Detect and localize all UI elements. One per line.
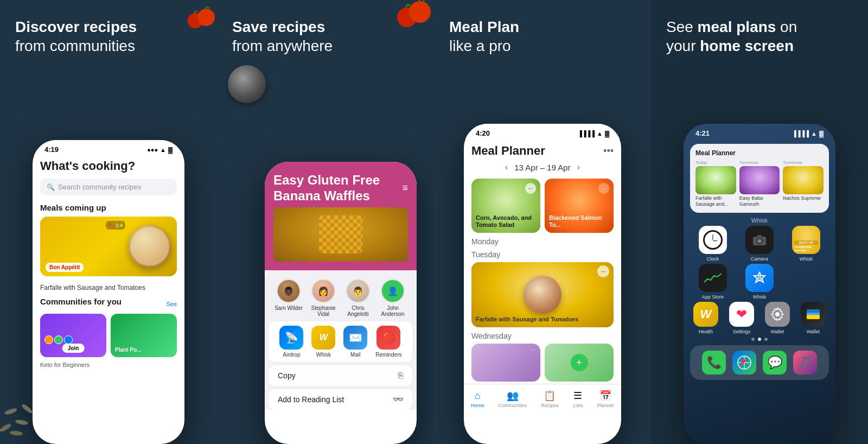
reminders-icon: 🔴 bbox=[376, 326, 400, 350]
meal-planner-widget[interactable]: Meal Planner Today Farfalle with Sausage… bbox=[690, 144, 829, 213]
card-dots-icon[interactable]: ··· bbox=[525, 183, 536, 194]
copy-action[interactable]: Copy ⎘ bbox=[269, 365, 412, 386]
food-image-circle bbox=[128, 225, 171, 268]
contact-sam[interactable]: 👨🏿 Sam Wilder bbox=[275, 279, 303, 317]
app-appstore[interactable]: A Whisk bbox=[739, 264, 780, 300]
add-recipe-button[interactable]: + bbox=[571, 354, 588, 371]
phone3-mockup: 4:20 ▐▐▐▐▲▓ Meal Planner ••• ‹ 13 Apr – … bbox=[464, 124, 621, 444]
contact-avatar-chris: 👨 bbox=[346, 279, 370, 303]
recipe-title: Easy Gluten Free Banana Waffles bbox=[273, 173, 402, 204]
community-card-plant[interactable]: Plant Po... bbox=[111, 314, 177, 357]
airdrop-label: Airdrop bbox=[283, 352, 300, 358]
contact-name-sam: Sam Wilder bbox=[275, 305, 303, 311]
dock: 📞 💬 🎵 bbox=[690, 345, 829, 380]
search-bar[interactable]: 🔍 Search community recipes bbox=[40, 179, 177, 195]
nav-planner[interactable]: 📅 Planner bbox=[597, 390, 614, 408]
nav-lists-label: Lists bbox=[573, 403, 583, 408]
nav-communities[interactable]: 👥 Communities bbox=[498, 390, 527, 408]
wallet-app-label: Wallet bbox=[807, 329, 820, 334]
widget-meal-img-tomorrow1 bbox=[739, 166, 780, 194]
widget-meal-today: Today Farfalle with Sausage and... bbox=[695, 160, 736, 207]
dock-phone[interactable]: 📞 bbox=[702, 351, 726, 375]
phone4-time: 4:21 bbox=[695, 129, 710, 137]
heart-icon: ❤ bbox=[736, 307, 747, 322]
card-dots-wed1[interactable]: ··· bbox=[532, 347, 536, 353]
contact-avatar-john: 👤 bbox=[381, 279, 405, 303]
app-wallet[interactable]: Wallet bbox=[797, 302, 829, 334]
phone3-status-bar: 4:20 ▐▐▐▐▲▓ bbox=[464, 124, 621, 139]
communities-icon: 👥 bbox=[507, 390, 519, 402]
app-camera[interactable]: Camera bbox=[739, 226, 780, 262]
contact-chris[interactable]: 👨 Chris Angelotti bbox=[344, 279, 372, 317]
widget-meal-label-tomorrow1: Easy Baba Ganoush bbox=[739, 195, 780, 207]
panel-discover: Discover recipes from communities 4:19 bbox=[0, 0, 217, 444]
nav-home[interactable]: ⌂ Home bbox=[471, 390, 484, 408]
keto-label: Keto for Beginners bbox=[40, 361, 177, 368]
phone3-content: Meal Planner ••• ‹ 13 Apr – 19 Apr › ···… bbox=[464, 139, 621, 384]
wednesday-recipe1[interactable]: ··· bbox=[471, 344, 540, 382]
share-whisk[interactable]: W Whisk bbox=[311, 326, 335, 358]
next-week-button[interactable]: › bbox=[577, 162, 580, 172]
panel3-heading: Meal Plan like a pro bbox=[434, 0, 651, 55]
nav-lists[interactable]: ☰ Lists bbox=[573, 390, 583, 408]
panel-meal-plan: Meal Plan like a pro 4:20 ▐▐▐▐▲▓ Meal Pl… bbox=[434, 0, 651, 444]
app-stocks[interactable]: App Store bbox=[692, 264, 733, 300]
card-dots-salmon[interactable]: ··· bbox=[598, 183, 609, 194]
clock-app-label: Clock bbox=[707, 256, 719, 262]
panel3-heading-bold: Meal Plan bbox=[449, 18, 519, 35]
panel4-heading: See meal plans on your home screen bbox=[651, 0, 868, 55]
card-dots-farfalle[interactable]: ··· bbox=[597, 265, 609, 277]
health-app-icon: ❤ bbox=[729, 302, 754, 327]
app-clock[interactable]: Clock bbox=[692, 226, 733, 262]
recipe-card-salad[interactable]: ··· Corn, Avocado, and Tomato Salad bbox=[471, 179, 540, 233]
share-reminders[interactable]: 🔴 Reminders bbox=[375, 326, 401, 358]
share-mail[interactable]: ✉️ Mail bbox=[343, 326, 367, 358]
panel1-heading-sub: from communities bbox=[15, 37, 135, 54]
reading-list-action[interactable]: Add to Reading List 👓 bbox=[269, 389, 412, 410]
app-whisk[interactable]: W Health bbox=[690, 302, 722, 334]
phone3: 4:20 ▐▐▐▐▲▓ Meal Planner ••• ‹ 13 Apr – … bbox=[464, 124, 621, 444]
wednesday-add[interactable]: + bbox=[545, 344, 614, 382]
app-health[interactable]: ❤ Settings bbox=[726, 302, 757, 334]
day-tuesday: Tuesday bbox=[471, 250, 614, 259]
phone2: Easy Gluten Free Banana Waffles ≡ 👨🏿 Sam… bbox=[265, 162, 417, 444]
recipe-header-card: Easy Gluten Free Banana Waffles ≡ bbox=[265, 162, 417, 270]
phone1-title: What's cooking? bbox=[40, 159, 177, 173]
share-airdrop[interactable]: 📡 Airdrop bbox=[279, 326, 303, 358]
menu-dots-icon[interactable]: ≡ bbox=[402, 182, 408, 194]
page-dots bbox=[684, 338, 835, 341]
dock-safari[interactable] bbox=[732, 351, 756, 375]
app-settings[interactable]: Wallet bbox=[762, 302, 793, 334]
contact-stephanie[interactable]: 👩 Stephanie Vidal bbox=[309, 279, 337, 317]
share-apps-row: 📡 Airdrop W Whisk ✉️ Mail 🔴 bbox=[269, 321, 412, 362]
reading-list-label: Add to Reading List bbox=[278, 395, 344, 404]
waffle-image bbox=[273, 207, 408, 262]
dock-messages[interactable]: 💬 bbox=[763, 351, 787, 375]
prev-week-button[interactable]: ‹ bbox=[505, 162, 508, 172]
panel2-heading: Save recipes from anywhere bbox=[217, 0, 434, 55]
contact-john[interactable]: 👤 John Anderson bbox=[379, 279, 407, 317]
dock-music[interactable]: 🎵 bbox=[793, 351, 817, 375]
mail-icon: ✉️ bbox=[343, 326, 367, 350]
nav-recipes[interactable]: 📋 Recipes bbox=[541, 390, 559, 408]
community-card-keto[interactable]: Join bbox=[40, 314, 106, 357]
communities-row: Join Plant Po... bbox=[40, 314, 177, 357]
share-contacts-row: 👨🏿 Sam Wilder 👩 Stephanie Vidal 👨 bbox=[265, 270, 417, 321]
phone3-time: 4:20 bbox=[476, 129, 490, 137]
contact-avatar-stephanie: 👩 bbox=[311, 279, 335, 303]
whisk-icon: W bbox=[311, 326, 335, 350]
meals-card[interactable]: 🔖 2.4 Bon Appétit bbox=[40, 217, 177, 276]
see-all-link[interactable]: See bbox=[166, 301, 177, 307]
recipe-card-salmon[interactable]: ··· Blackened Salmon To... bbox=[545, 179, 614, 233]
app-next-up[interactable]: NEXT UP Farfalle with Sausage Whisk bbox=[786, 226, 827, 262]
next-up-icon: NEXT UP Farfalle with Sausage bbox=[792, 226, 820, 254]
dot-2 bbox=[758, 338, 761, 341]
clock-face bbox=[703, 230, 723, 250]
app-placeholder bbox=[786, 264, 827, 300]
recipe-card-farfalle[interactable]: ··· Farfalle with Sausage and Tomatoes bbox=[471, 262, 614, 327]
nav-home-label: Home bbox=[471, 403, 484, 408]
svg-point-3 bbox=[21, 403, 34, 415]
join-button[interactable]: Join bbox=[62, 344, 85, 353]
appstore-app-label: Whisk bbox=[753, 294, 767, 300]
meal-planner-dots[interactable]: ••• bbox=[603, 145, 614, 157]
